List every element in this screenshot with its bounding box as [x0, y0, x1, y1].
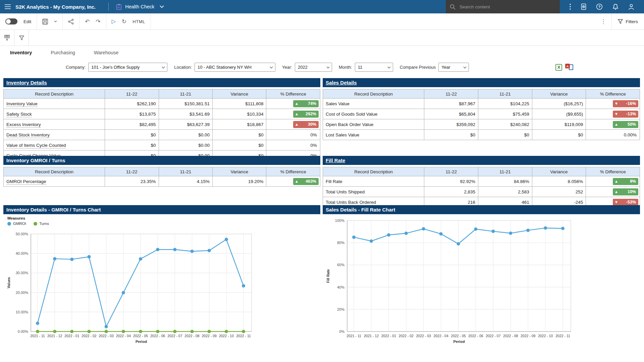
help-icon[interactable]: ? [596, 3, 603, 10]
svg-text:2022 - 08: 2022 - 08 [503, 334, 518, 338]
chart-point[interactable] [561, 227, 565, 230]
svg-text:0.00%: 0.00% [18, 329, 28, 334]
hamburger-menu-icon[interactable] [0, 0, 15, 13]
chart-point[interactable] [457, 242, 460, 246]
pct-difference-cell: ▼-16% [586, 99, 640, 109]
chart-point[interactable] [105, 330, 108, 333]
year-select[interactable]: 2022 [295, 63, 332, 72]
chart-point[interactable] [139, 330, 142, 333]
record-label[interactable]: Inventory Value [6, 101, 38, 107]
chart-point[interactable] [370, 239, 373, 243]
chart-point[interactable] [509, 232, 512, 235]
play-icon[interactable]: ▷ [112, 19, 116, 24]
chart-point[interactable] [208, 330, 211, 333]
chart-point[interactable] [53, 257, 56, 260]
more-options-icon[interactable] [570, 4, 571, 10]
export-pdf-icon[interactable]: A [565, 64, 573, 71]
chart-point[interactable] [139, 257, 142, 260]
pct-difference-badge: ▲463% [293, 178, 319, 185]
chart-point[interactable] [208, 249, 211, 252]
fill-rate-table: Record Description 11-22 11-21 Variance … [323, 167, 640, 207]
pct-difference-badge: ▲292% [293, 111, 319, 118]
search-input[interactable] [459, 4, 556, 10]
redo-icon[interactable]: ↷ [96, 19, 101, 24]
save-chevron-down-icon[interactable] [54, 20, 57, 22]
chart-point[interactable] [156, 330, 159, 333]
table-download-icon[interactable] [0, 30, 14, 46]
value-cell: $0 [532, 130, 586, 140]
edit-toggle-label: Edit [23, 19, 31, 24]
app-switcher-icon[interactable] [581, 3, 587, 10]
chart-point[interactable] [105, 325, 108, 328]
legend-label-gmroi[interactable]: GMROI [13, 222, 26, 226]
chart-point[interactable] [122, 330, 125, 333]
table-row: GMROI Percentage23.35%4.15%19.20%▲463% [4, 176, 320, 187]
chart-point[interactable] [53, 330, 56, 333]
chart-point[interactable] [191, 250, 194, 253]
record-label[interactable]: GMROI Percentage [6, 179, 46, 185]
legend-dot-turns [34, 222, 37, 226]
pct-difference-badge: ▼-53% [613, 199, 638, 206]
chart-point[interactable] [387, 233, 390, 237]
user-account-icon[interactable] [628, 4, 634, 10]
chart-point[interactable] [70, 258, 73, 261]
toolbar-more-options-icon[interactable]: ⋮ [595, 19, 611, 24]
notifications-bell-icon[interactable] [612, 4, 619, 10]
undo-icon[interactable]: ↶ [85, 19, 90, 24]
filter-funnel-icon[interactable] [14, 30, 29, 46]
chart-point[interactable] [88, 330, 91, 333]
save-icon[interactable] [42, 19, 48, 24]
inventory-details-title-link[interactable]: Inventory Details [6, 80, 47, 85]
chart-point[interactable] [191, 330, 194, 333]
tab-purchasing[interactable]: Purchasing [49, 50, 77, 58]
chart-point[interactable] [156, 248, 159, 251]
filters-button[interactable]: Filters [612, 19, 644, 24]
chart-point[interactable] [405, 232, 408, 235]
chart-point[interactable] [544, 226, 547, 230]
location-select[interactable]: 10 - ABC Stationery NY WH [195, 63, 275, 72]
edit-toggle[interactable] [5, 18, 17, 24]
record-label[interactable]: Safety Stock [6, 112, 32, 117]
chart-point[interactable] [173, 248, 176, 251]
chart-point[interactable] [352, 236, 356, 239]
chart-point[interactable] [439, 232, 443, 236]
share-icon[interactable] [68, 19, 74, 24]
chart-point[interactable] [474, 227, 477, 231]
chart-point[interactable] [242, 330, 245, 333]
table-header-row: Record Description 11-22 11-21 Variance … [4, 89, 320, 99]
legend-label-turns[interactable]: Turns [39, 222, 49, 226]
chart-point[interactable] [70, 330, 73, 333]
tab-warehouse[interactable]: Warehouse [92, 50, 121, 58]
compare-previous-label: Compare Previous [400, 65, 436, 70]
chart-point[interactable] [36, 330, 39, 333]
section-banner: Inventory Details [3, 78, 320, 87]
chart-point[interactable] [526, 229, 530, 232]
view-chevron-down-icon[interactable] [160, 5, 164, 8]
value-cell: $0.00 [159, 140, 212, 150]
month-select[interactable]: 11 [355, 63, 393, 72]
record-label[interactable]: Value of Items Cycle Counted [6, 143, 66, 148]
record-label[interactable]: Dead Stock Inventory [6, 132, 50, 138]
fill-rate-title-link[interactable]: Fill Rate [326, 158, 345, 163]
chart-point[interactable] [122, 291, 125, 294]
gmroi-turns-chart-canvas: 0.00%10.00%20.00%30.00%40.00%50.00%2021 … [3, 205, 320, 349]
sales-details-title-link[interactable]: Sales Details [326, 80, 357, 85]
value-cell: 92.92% [424, 176, 478, 187]
company-select[interactable]: 101 - Joe's Office Supply [88, 63, 167, 72]
svg-text:80%: 80% [337, 241, 344, 245]
chart-point[interactable] [491, 230, 495, 233]
chart-point[interactable] [225, 238, 228, 241]
record-label[interactable]: Excess Inventory [6, 122, 41, 128]
refresh-icon[interactable]: ↻ [122, 19, 126, 24]
chart-point[interactable] [422, 227, 425, 231]
export-excel-icon[interactable]: X [555, 64, 562, 71]
chart-point[interactable] [225, 330, 228, 333]
html-button[interactable]: HTML [132, 19, 145, 24]
chart-point[interactable] [36, 322, 39, 325]
search-bar[interactable] [446, 0, 560, 13]
tab-inventory[interactable]: Inventory [8, 50, 34, 58]
chart-point[interactable] [242, 284, 245, 288]
compare-previous-select[interactable]: Year [438, 63, 469, 72]
chart-point[interactable] [173, 330, 176, 333]
chart-point[interactable] [88, 255, 91, 258]
